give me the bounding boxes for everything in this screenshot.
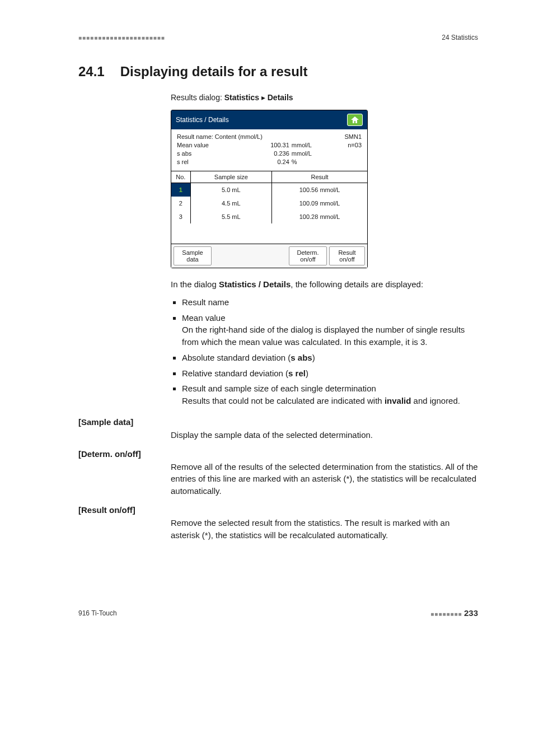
summary-result-name: Result name: Content (mmol/L)	[177, 133, 263, 141]
determ-onoff-button[interactable]: Determ. on/off	[289, 246, 327, 265]
li-sub-c: and ignored.	[411, 396, 460, 405]
footer-page-number: 233	[464, 608, 478, 618]
summary-mean-val: 100.31	[263, 141, 289, 150]
result-onoff-button[interactable]: Result on/off	[329, 246, 365, 265]
dialog-button-row: Sample data Determ. on/off Result on/off	[171, 244, 367, 268]
li-text: Result name	[182, 297, 229, 307]
summary-sabs-unit: mmol/L	[292, 150, 312, 157]
summary-n: n=03	[325, 141, 362, 150]
intro-a: In the dialog	[171, 279, 219, 289]
page-footer: 916 Ti-Touch ■■■■■■■■ 233	[78, 608, 478, 618]
table-row[interactable]: 2 4.5 mL 100.09 mmol/L	[171, 197, 367, 210]
cell-sample: 5.5 mL	[190, 210, 272, 223]
summary-smn: SMN1	[325, 133, 362, 141]
home-button[interactable]	[347, 114, 363, 126]
col-result: Result	[272, 171, 367, 183]
intro-paragraph: In the dialog Statistics / Details, the …	[171, 278, 478, 291]
li-sub-b: invalid	[385, 396, 411, 405]
def-body-sample-data: Display the sample data of the selected …	[171, 429, 478, 441]
dialog-titlebar: Statistics / Details	[171, 110, 367, 129]
breadcrumb-prefix: Results dialog:	[171, 93, 224, 102]
breadcrumb: Results dialog: Statistics ▸ Details	[171, 93, 478, 102]
results-table: No. Sample size Result 1 5.0 mL 100.56 m…	[171, 171, 367, 223]
section-heading: 24.1 Displaying details for a result	[78, 64, 478, 80]
sample-data-button[interactable]: Sample data	[174, 246, 212, 265]
home-icon	[351, 116, 359, 123]
dialog-summary: Result name: Content (mmol/L) Mean value…	[171, 129, 367, 171]
li-text-b: s abs	[291, 353, 312, 362]
cell-result: 100.56 mmol/L	[272, 183, 367, 197]
def-term-determ: [Determ. on/off]	[78, 449, 478, 459]
list-item: Result name	[182, 296, 478, 309]
intro-b: Statistics / Details	[219, 279, 291, 289]
list-item: Relative standard deviation (s rel)	[182, 367, 478, 380]
col-sample: Sample size	[190, 171, 272, 183]
def-body-determ: Remove all of the results of the selecte…	[171, 461, 478, 497]
table-row[interactable]: 3 5.5 mL 100.28 mmol/L	[171, 210, 367, 223]
details-list: Result name Mean value On the right-hand…	[171, 296, 478, 407]
li-text: Result and sample size of each single de…	[182, 384, 376, 393]
li-text-c: )	[306, 368, 308, 378]
cell-no: 1	[171, 183, 190, 197]
summary-sabs-val: 0.236	[263, 150, 289, 158]
cell-sample: 4.5 mL	[190, 197, 272, 210]
li-text-b: s rel	[288, 368, 306, 378]
cell-no: 3	[171, 210, 190, 223]
li-text-a: Relative standard deviation (	[182, 368, 288, 378]
list-item: Result and sample size of each single de…	[182, 382, 478, 407]
cell-result: 100.09 mmol/L	[272, 197, 367, 210]
summary-srel-unit: %	[292, 158, 297, 165]
def-term-result: [Result on/off]	[78, 505, 478, 515]
statistics-details-dialog: Statistics / Details Result name: Conten…	[171, 110, 368, 268]
breadcrumb-b: Details	[268, 93, 293, 102]
table-row[interactable]: 1 5.0 mL 100.56 mmol/L	[171, 183, 367, 197]
list-item: Mean value On the right-hand side of the…	[182, 312, 478, 348]
li-text: Mean value	[182, 313, 226, 323]
footer-dots: ■■■■■■■■	[430, 611, 462, 617]
section-title-text: Displaying details for a result	[120, 64, 308, 80]
cell-result: 100.28 mmol/L	[272, 210, 367, 223]
summary-srel-val: 0.24	[263, 158, 289, 166]
def-term-sample-data: [Sample data]	[78, 417, 478, 427]
summary-sabs-label: s abs	[177, 150, 263, 158]
header-marks: ■■■■■■■■■■■■■■■■■■■■■■	[78, 35, 165, 41]
header-chapter: 24 Statistics	[442, 34, 478, 41]
footer-left: 916 Ti-Touch	[78, 609, 117, 617]
page-header: ■■■■■■■■■■■■■■■■■■■■■■ 24 Statistics	[78, 34, 478, 41]
dialog-title: Statistics / Details	[176, 116, 229, 124]
li-sub-a: Results that could not be calculated are…	[182, 396, 385, 405]
summary-mean-label: Mean value	[177, 141, 263, 150]
intro-c: , the following details are displayed:	[291, 279, 423, 289]
def-body-result: Remove the selected result from the stat…	[171, 517, 478, 542]
summary-srel-label: s rel	[177, 158, 263, 166]
li-text-c: )	[312, 353, 315, 362]
col-no: No.	[171, 171, 190, 183]
li-subtext: Results that could not be calculated are…	[182, 395, 478, 407]
section-number: 24.1	[78, 64, 105, 80]
cell-no: 2	[171, 197, 190, 210]
cell-sample: 5.0 mL	[190, 183, 272, 197]
li-text-a: Absolute standard deviation (	[182, 353, 291, 362]
list-item: Absolute standard deviation (s abs)	[182, 352, 478, 364]
li-subtext: On the right-hand side of the dialog is …	[182, 324, 478, 348]
summary-mean-unit: mmol/L	[292, 142, 312, 148]
breadcrumb-a: Statistics	[224, 93, 259, 102]
breadcrumb-sep: ▸	[259, 93, 268, 102]
